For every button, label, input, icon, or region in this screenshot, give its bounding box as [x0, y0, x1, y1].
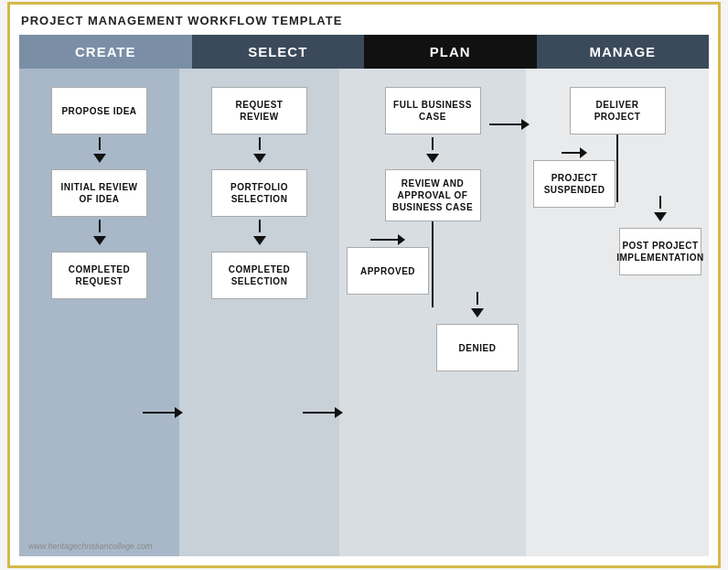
page-title: PROJECT MANAGEMENT WORKFLOW TEMPLATE: [19, 14, 709, 27]
select-box1: REQUEST REVIEW: [211, 87, 307, 134]
manage-post: POST PROJECT IMPLEMENTATION: [619, 228, 701, 275]
header-plan: PLAN: [364, 35, 537, 69]
create-box2: INITIAL REVIEW OF IDEA: [51, 169, 147, 217]
arrow1: [93, 137, 106, 167]
manage-suspended: PROJECT SUSPENDED: [533, 160, 616, 208]
plan-box2: REVIEW AND APPROVAL OF BUSINESS CASE: [385, 169, 481, 221]
watermark: www.heritagechristiancollege.com: [28, 542, 153, 551]
plan-approved: APPROVED: [347, 247, 429, 295]
header-create: CREATE: [19, 35, 192, 69]
arrow2: [93, 220, 106, 249]
header-row: CREATE SELECT PLAN MANAGE: [19, 35, 709, 69]
create-box1: PROPOSE IDEA: [51, 87, 147, 134]
body-row: PROPOSE IDEA INITIAL REVIEW OF IDEA COMP…: [19, 69, 709, 556]
manage-box1: DELIVER PROJECT: [570, 87, 666, 134]
header-manage: MANAGE: [537, 35, 710, 69]
arrow4: [253, 220, 266, 249]
workflow-table: CREATE SELECT PLAN MANAGE PROPOSE IDEA I…: [19, 35, 709, 556]
col-plan: FULL BUSINESS CASE REVIEW AND APPROVAL O…: [339, 69, 526, 556]
select-box2: PORTFOLIO SELECTION: [211, 169, 307, 217]
col-select: REQUEST REVIEW PORTFOLIO SELECTION COMPL…: [179, 69, 339, 556]
arrow5: [426, 137, 439, 167]
header-select: SELECT: [192, 35, 365, 69]
col-create: PROPOSE IDEA INITIAL REVIEW OF IDEA COMP…: [19, 69, 179, 556]
create-box3: COMPLETED REQUEST: [51, 252, 147, 299]
arrow3: [253, 137, 266, 167]
plan-box1: FULL BUSINESS CASE: [385, 87, 481, 134]
plan-denied: DENIED: [436, 324, 519, 371]
col-manage: DELIVER PROJECT PROJECT SUSPENDED: [526, 69, 709, 556]
select-box3: COMPLETED SELECTION: [211, 252, 307, 299]
outer-border: PROJECT MANAGEMENT WORKFLOW TEMPLATE CRE…: [7, 2, 721, 568]
